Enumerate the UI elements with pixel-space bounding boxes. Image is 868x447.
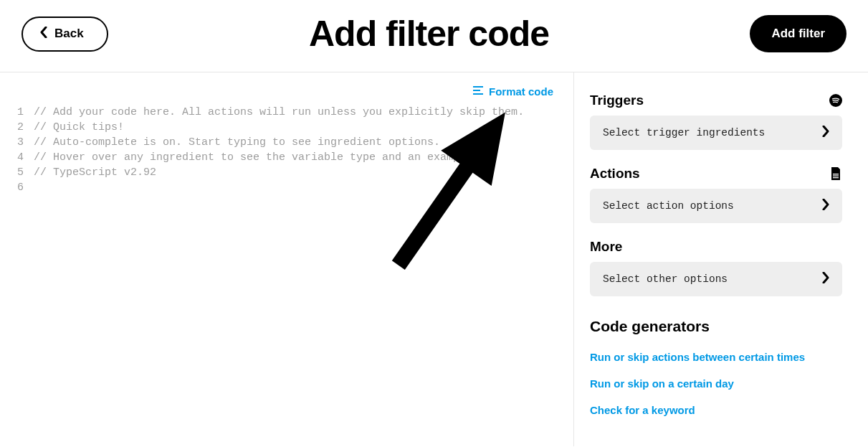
svg-rect-6	[833, 174, 839, 174]
code-lines[interactable]: // Add your code here. All actions will …	[34, 105, 524, 195]
body: Format code 1 2 3 4 5 6 // Add your code…	[0, 72, 868, 446]
more-select-label: Select other options	[603, 273, 728, 285]
line-number: 6	[17, 180, 24, 195]
actions-select-label: Select action options	[603, 200, 734, 212]
line-gutter: 1 2 3 4 5 6	[17, 105, 34, 195]
page-title: Add filter code	[108, 13, 750, 55]
code-line: // TypeScript v2.92	[34, 165, 524, 180]
line-number: 5	[17, 165, 24, 180]
code-line: // Quick tips!	[34, 120, 524, 135]
triggers-select[interactable]: Select trigger ingredients	[590, 116, 842, 150]
line-number: 3	[17, 135, 24, 150]
actions-section: Actions Select action options	[590, 166, 842, 223]
format-code-row: Format code	[17, 85, 556, 105]
line-number: 1	[17, 105, 24, 120]
document-icon	[829, 167, 842, 180]
format-code-button[interactable]: Format code	[473, 85, 553, 98]
format-icon	[473, 85, 483, 98]
line-number: 2	[17, 120, 24, 135]
svg-rect-1	[473, 90, 480, 91]
editor-pane: Format code 1 2 3 4 5 6 // Add your code…	[0, 72, 574, 446]
spotify-icon	[829, 94, 842, 107]
svg-rect-7	[833, 176, 839, 177]
header: Back Add filter code Add filter	[0, 0, 868, 72]
svg-rect-8	[833, 177, 839, 178]
svg-rect-0	[473, 86, 483, 88]
format-code-label: Format code	[489, 85, 553, 98]
sidebar: Triggers Select trigger ingredients	[574, 72, 868, 446]
actions-select[interactable]: Select action options	[590, 189, 842, 223]
generator-link-times[interactable]: Run or skip actions between certain time…	[590, 351, 842, 363]
actions-header: Actions	[590, 166, 842, 182]
triggers-title: Triggers	[590, 93, 644, 108]
back-button-label: Back	[54, 27, 84, 41]
chevron-right-icon	[822, 199, 829, 213]
code-line: // Auto-complete is on. Start typing to …	[34, 135, 524, 150]
more-select[interactable]: Select other options	[590, 262, 842, 296]
chevron-right-icon	[822, 126, 829, 140]
code-generators-title: Code generators	[590, 318, 842, 335]
triggers-section: Triggers Select trigger ingredients	[590, 93, 842, 150]
code-line: // Add your code here. All actions will …	[34, 105, 524, 120]
code-editor[interactable]: 1 2 3 4 5 6 // Add your code here. All a…	[17, 105, 556, 195]
triggers-header: Triggers	[590, 93, 842, 108]
more-section: More Select other options	[590, 239, 842, 296]
line-number: 4	[17, 150, 24, 165]
chevron-right-icon	[822, 272, 829, 286]
actions-title: Actions	[590, 166, 640, 182]
back-button[interactable]: Back	[22, 17, 108, 52]
triggers-select-label: Select trigger ingredients	[603, 127, 765, 138]
code-line: // Hover over any ingredient to see the …	[34, 150, 524, 165]
more-title: More	[590, 239, 622, 255]
chevron-left-icon	[40, 27, 47, 42]
svg-rect-2	[473, 93, 483, 95]
generator-link-day[interactable]: Run or skip on a certain day	[590, 377, 842, 390]
generator-link-keyword[interactable]: Check for a keyword	[590, 404, 842, 416]
code-line	[34, 180, 524, 195]
more-header: More	[590, 239, 842, 255]
add-filter-button[interactable]: Add filter	[750, 15, 846, 52]
